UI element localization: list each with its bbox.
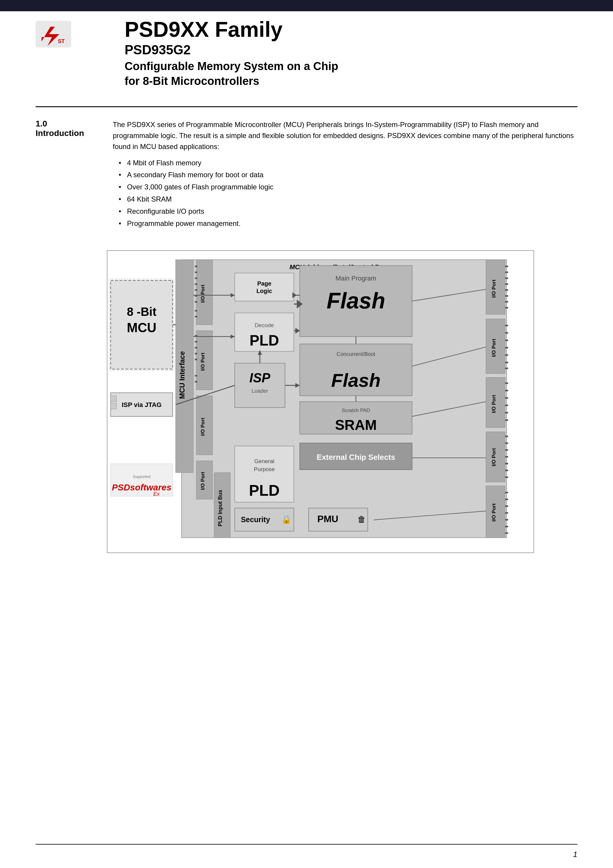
svg-rect-55 xyxy=(505,271,508,273)
svg-rect-81 xyxy=(505,456,508,458)
section-label: 1.0 Introduction xyxy=(36,119,95,229)
general-purpose-label2: Purpose xyxy=(254,466,275,472)
io-port-right-2: I/O Port xyxy=(491,339,497,357)
decode-label: Decode xyxy=(255,322,274,328)
svg-rect-27 xyxy=(195,353,197,355)
list-item: Over 3,000 gates of Flash programmable l… xyxy=(119,181,577,193)
svg-rect-15 xyxy=(195,271,197,273)
header-bar xyxy=(0,0,613,11)
isp-label: ISP xyxy=(249,371,270,385)
ext-chip-selects-label: External Chip Selects xyxy=(317,453,395,462)
sub-title: PSD935G2 xyxy=(125,42,577,57)
psd-logo-suffix: Ex xyxy=(153,491,160,497)
svg-rect-11 xyxy=(111,403,117,409)
svg-rect-21 xyxy=(195,310,197,312)
svg-rect-10 xyxy=(111,396,117,401)
svg-rect-67 xyxy=(505,355,508,356)
svg-rect-30 xyxy=(195,381,197,383)
list-item: A secondary Flash memory for boot or dat… xyxy=(119,169,577,181)
main-title: PSD9XX Family xyxy=(125,18,577,41)
header-section: ST PSD9XX Family PSD935G2 Configurable M… xyxy=(0,0,613,100)
section-paragraph: The PSD9XX series of Programmable Microc… xyxy=(113,119,577,152)
title-area: PSD9XX Family PSD935G2 Configurable Memo… xyxy=(125,18,577,88)
svg-rect-61 xyxy=(505,307,508,309)
page-number: 1 xyxy=(573,850,577,859)
lock-icon: 🔒 xyxy=(281,515,292,524)
desc-title: Configurable Memory System on a Chip for… xyxy=(125,59,577,88)
svg-rect-86 xyxy=(505,492,508,493)
list-item: Reconfigurable I/O ports xyxy=(119,205,577,218)
scratch-pad-label: Scratch PAD xyxy=(342,408,370,413)
svg-rect-69 xyxy=(505,368,508,369)
logo-area: ST xyxy=(36,21,71,49)
content-section: 1.0 Introduction The PSD9XX series of Pr… xyxy=(0,107,613,241)
svg-rect-63 xyxy=(505,325,508,326)
pld-decode-label: PLD xyxy=(249,332,279,349)
concurrent-label: Concurrent/Boot xyxy=(336,351,375,357)
svg-rect-78 xyxy=(505,436,508,437)
main-program-label: Main Program xyxy=(336,274,376,282)
block-diagram: MCU Address/Data/Control Bus 8 -Bit MCU … xyxy=(107,250,534,553)
svg-rect-79 xyxy=(505,443,508,444)
isp-via-jtag-label: ISP via JTAG xyxy=(122,401,161,408)
st-logo-icon: ST xyxy=(36,21,71,48)
svg-rect-73 xyxy=(505,397,508,399)
svg-rect-54 xyxy=(505,266,508,267)
svg-rect-57 xyxy=(505,284,508,285)
io-port-right-1: I/O Port xyxy=(491,280,497,298)
svg-rect-65 xyxy=(505,339,508,341)
bullet-list: 4 Mbit of Flash memory A secondary Flash… xyxy=(119,157,577,230)
page-logic-label2: Logic xyxy=(256,288,272,294)
svg-rect-26 xyxy=(195,347,197,349)
svg-rect-88 xyxy=(505,505,508,507)
main-flash-label: Flash xyxy=(327,288,385,313)
supported-label: Supported xyxy=(133,474,151,479)
io-port-right-3: I/O Port xyxy=(491,395,497,413)
svg-rect-14 xyxy=(195,266,197,267)
section-number: 1.0 xyxy=(36,119,95,129)
svg-rect-68 xyxy=(505,362,508,363)
svg-rect-20 xyxy=(195,301,197,303)
io-port-right-5: I/O Port xyxy=(491,504,497,522)
svg-rect-66 xyxy=(505,347,508,349)
svg-rect-84 xyxy=(505,476,508,478)
pld-input-bus-label: PLD Input Bus xyxy=(217,490,223,526)
svg-rect-29 xyxy=(195,375,197,377)
svg-rect-89 xyxy=(505,512,508,514)
section-body: The PSD9XX series of Programmable Microc… xyxy=(113,119,577,229)
svg-rect-58 xyxy=(505,290,508,291)
io-port-left-1: I/O Port xyxy=(200,285,206,303)
page-logic-label: Page xyxy=(257,280,271,287)
sram-label: SRAM xyxy=(335,417,377,433)
svg-rect-25 xyxy=(195,341,197,343)
svg-rect-59 xyxy=(505,295,508,297)
list-item: 4 Mbit of Flash memory xyxy=(119,157,577,169)
svg-rect-83 xyxy=(505,470,508,471)
mcu-label-line2: MCU xyxy=(127,320,156,335)
svg-rect-64 xyxy=(505,332,508,334)
io-port-left-3: I/O Port xyxy=(200,418,206,436)
general-purpose-label: General xyxy=(254,458,274,464)
svg-rect-74 xyxy=(505,405,508,406)
page-footer: 1 xyxy=(36,844,577,859)
svg-rect-91 xyxy=(505,526,508,527)
pmu-label: PMU xyxy=(317,514,338,524)
svg-rect-75 xyxy=(505,412,508,414)
svg-rect-17 xyxy=(195,284,197,285)
svg-rect-72 xyxy=(505,390,508,391)
svg-rect-71 xyxy=(505,383,508,384)
diagram-container: MCU Address/Data/Control Bus 8 -Bit MCU … xyxy=(107,250,577,553)
svg-rect-80 xyxy=(505,450,508,451)
mcu-label-line1: 8 -Bit xyxy=(127,305,157,318)
concurrent-flash-label: Flash xyxy=(331,370,380,391)
section-name: Introduction xyxy=(36,129,95,138)
svg-rect-90 xyxy=(505,519,508,521)
mcu-interface-label: MCU Interface xyxy=(178,351,186,399)
security-label: Security xyxy=(241,516,270,524)
io-port-left-4: I/O Port xyxy=(200,472,206,490)
svg-rect-16 xyxy=(195,277,197,279)
svg-rect-87 xyxy=(505,499,508,500)
list-item: 64 Kbit SRAM xyxy=(119,193,577,205)
svg-rect-18 xyxy=(195,290,197,291)
io-port-left-2: I/O Port xyxy=(200,353,206,371)
